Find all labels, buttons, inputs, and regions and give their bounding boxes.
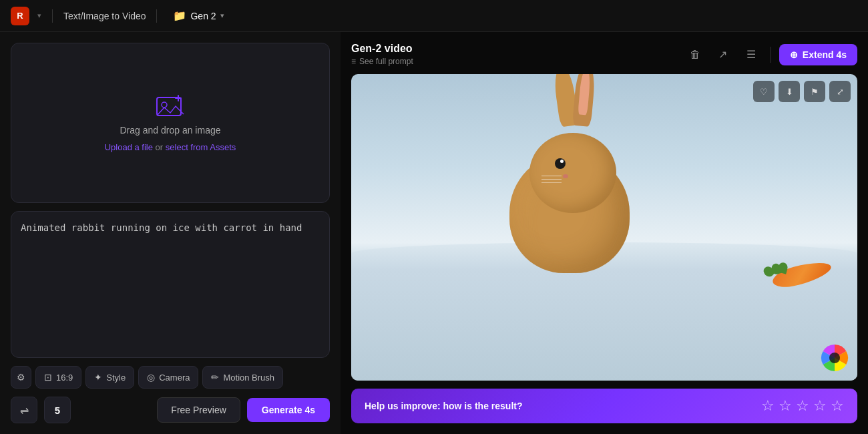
download-button[interactable]: ⬇ <box>779 81 800 102</box>
count-value: 5 <box>55 405 60 416</box>
action-divider <box>771 47 771 63</box>
prompt-input[interactable] <box>21 221 320 348</box>
main-layout: Drag and drop an image Upload a file or … <box>0 32 868 434</box>
star-3[interactable]: ☆ <box>796 397 809 415</box>
rabbit-head <box>529 133 616 213</box>
video-header: Gen-2 video ≡ See full prompt 🗑 ↗ ☰ ⊕ Ex… <box>351 43 857 66</box>
motion-brush-label: Motion Brush <box>223 373 274 383</box>
aspect-label: 16:9 <box>56 373 73 383</box>
more-options-button[interactable]: ☰ <box>740 43 763 66</box>
upload-file-link[interactable]: Upload a file <box>105 142 153 152</box>
extend-icon: ⊕ <box>790 49 798 60</box>
nav-title: Text/Image to Video <box>63 11 146 21</box>
star-2[interactable]: ☆ <box>779 397 792 415</box>
feedback-text: Help us improve: how is the result? <box>365 401 522 411</box>
prompt-area[interactable] <box>11 211 330 358</box>
camera-icon: ◎ <box>147 372 155 383</box>
advanced-settings-button[interactable]: ⇌ <box>11 397 37 423</box>
share-button[interactable]: ↗ <box>712 43 734 66</box>
upload-main-text: Drag and drop an image <box>120 125 221 136</box>
color-wheel-svg <box>820 343 849 373</box>
star-rating[interactable]: ☆ ☆ ☆ ☆ ☆ <box>761 397 844 415</box>
star-1[interactable]: ☆ <box>761 397 775 415</box>
svg-point-1 <box>162 102 167 107</box>
rabbit-torso <box>509 153 630 273</box>
style-icon: ✦ <box>94 372 102 383</box>
video-title-area: Gen-2 video ≡ See full prompt <box>351 43 413 66</box>
right-panel: Gen-2 video ≡ See full prompt 🗑 ↗ ☰ ⊕ Ex… <box>341 32 868 434</box>
rabbit-ear-inner <box>578 74 592 116</box>
rabbit-eye <box>555 158 566 169</box>
aspect-icon: ⊡ <box>44 372 52 383</box>
prompt-link-text: See full prompt <box>359 57 413 66</box>
style-button[interactable]: ✦ Style <box>85 366 134 389</box>
star-4[interactable]: ☆ <box>813 397 827 415</box>
aspect-ratio-button[interactable]: ⊡ 16:9 <box>35 366 81 389</box>
carrot <box>772 265 832 288</box>
delete-button[interactable]: 🗑 <box>684 43 706 66</box>
settings-button[interactable]: ⚙ <box>11 366 31 389</box>
video-actions: 🗑 ↗ ☰ ⊕ Extend 4s <box>684 43 857 66</box>
mode-label: Gen 2 <box>190 11 216 21</box>
camera-label: Camera <box>159 373 190 383</box>
motion-brush-button[interactable]: ✏ Motion Brush <box>202 366 283 389</box>
star-5[interactable]: ☆ <box>831 397 844 415</box>
upload-area[interactable]: Drag and drop an image Upload a file or … <box>11 43 330 203</box>
upload-links: Upload a file or select from Assets <box>105 142 236 152</box>
mode-chevron-icon: ▾ <box>220 11 224 20</box>
style-label: Style <box>106 373 126 383</box>
arrows-icon: ⇌ <box>20 404 29 417</box>
select-assets-link[interactable]: select from Assets <box>166 142 236 152</box>
favorite-button[interactable]: ♡ <box>753 81 775 102</box>
rabbit-nose <box>563 174 568 178</box>
logo-button[interactable]: R <box>11 7 29 25</box>
camera-button[interactable]: ◎ Camera <box>138 366 198 389</box>
folder-icon: 📁 <box>173 9 186 22</box>
extend-button[interactable]: ⊕ Extend 4s <box>779 44 857 65</box>
svg-rect-0 <box>157 97 181 116</box>
or-text: or <box>153 142 166 152</box>
mode-selector[interactable]: 📁 Gen 2 ▾ <box>168 7 229 25</box>
video-overlay-controls: ♡ ⬇ ⚑ ⤢ <box>753 81 851 102</box>
extend-label: Extend 4s <box>803 49 847 60</box>
upload-icon <box>156 94 185 118</box>
video-title: Gen-2 video <box>351 43 413 55</box>
rabbit <box>503 126 636 273</box>
top-nav: R ▾ Text/Image to Video 📁 Gen 2 ▾ <box>0 0 868 32</box>
sliders-icon: ⚙ <box>17 372 25 383</box>
free-preview-button[interactable]: Free Preview <box>157 397 240 423</box>
brush-icon: ✏ <box>211 372 219 383</box>
nav-divider <box>52 9 53 23</box>
feedback-bar: Help us improve: how is the result? ☆ ☆ … <box>351 389 857 423</box>
bottom-row: ⇌ 5 Free Preview Generate 4s <box>11 397 330 423</box>
fullscreen-button[interactable]: ⤢ <box>829 81 851 102</box>
rabbit-ear-right <box>572 74 596 127</box>
nav-divider-2 <box>156 9 157 23</box>
color-wheel <box>820 343 849 373</box>
see-full-prompt-link[interactable]: ≡ See full prompt <box>351 57 413 66</box>
flag-button[interactable]: ⚑ <box>804 81 825 102</box>
prompt-lines-icon: ≡ <box>351 57 356 66</box>
rabbit-scene: ♡ ⬇ ⚑ ⤢ <box>351 74 857 381</box>
svg-point-4 <box>829 353 840 363</box>
video-container: ♡ ⬇ ⚑ ⤢ <box>351 74 857 381</box>
toolbar-row: ⚙ ⊡ 16:9 ✦ Style ◎ Camera ✏ Motion Brush <box>11 366 330 389</box>
rabbit-whiskers <box>541 176 562 176</box>
logo-chevron[interactable]: ▾ <box>37 11 41 20</box>
count-selector[interactable]: 5 <box>44 397 71 423</box>
left-panel: Drag and drop an image Upload a file or … <box>0 32 341 434</box>
generate-button[interactable]: Generate 4s <box>247 398 330 422</box>
